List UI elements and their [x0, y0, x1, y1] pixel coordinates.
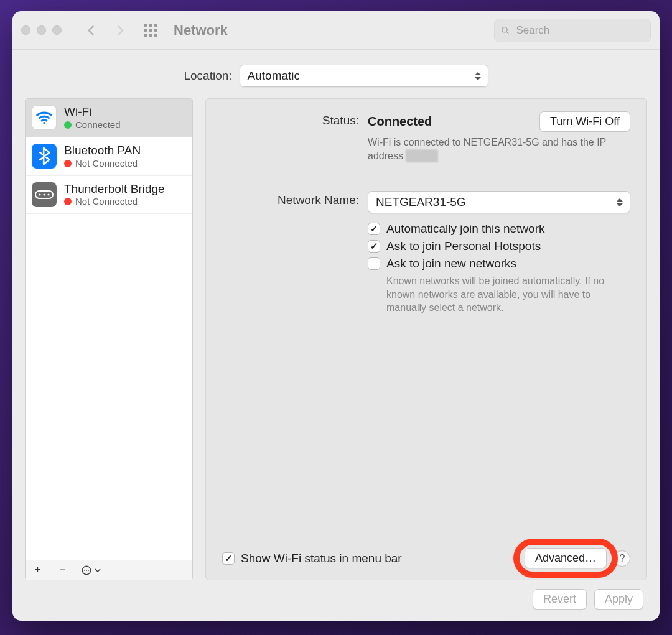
search-input[interactable] [515, 24, 644, 37]
new-networks-hint: Known networks will be joined automatica… [386, 274, 623, 315]
interface-list[interactable]: Wi-Fi Connected Bluetooth PAN [26, 99, 192, 560]
sidebar-footer: + − [26, 560, 192, 580]
minimize-window-button[interactable] [37, 25, 46, 35]
bluetooth-icon [32, 144, 57, 169]
network-name-select[interactable]: NETGEAR31-5G [368, 191, 630, 213]
titlebar: Network [12, 11, 660, 50]
svg-point-6 [47, 193, 49, 195]
interface-name: Wi-Fi [64, 105, 121, 119]
advanced-button[interactable]: Advanced… [525, 548, 607, 568]
interface-name: Bluetooth PAN [64, 144, 141, 158]
status-dot-red-icon [64, 198, 72, 205]
status-label: Status: [222, 111, 359, 162]
interface-name: Thunderbolt Bridge [64, 182, 165, 197]
updown-icon [615, 195, 625, 209]
help-button[interactable]: ? [614, 550, 630, 567]
svg-point-4 [39, 193, 40, 195]
window-footer: Revert Apply [25, 580, 647, 610]
thunderbolt-bridge-icon [32, 182, 57, 207]
show-status-label: Show Wi-Fi status in menu bar [241, 552, 402, 565]
ask-hotspot-checkbox[interactable] [368, 240, 380, 253]
svg-point-2 [43, 122, 45, 124]
ask-new-networks-checkbox[interactable] [368, 257, 380, 270]
revert-button[interactable]: Revert [533, 589, 587, 610]
network-name-row: Network Name: NETGEAR31-5G Automatically… [222, 191, 630, 315]
network-name-value: NETGEAR31-5G [376, 195, 466, 209]
svg-point-9 [86, 570, 87, 571]
preferences-window: Network Location: Automatic [12, 11, 660, 621]
network-name-label: Network Name: [222, 191, 359, 315]
window-controls [21, 25, 62, 35]
svg-line-1 [506, 32, 508, 34]
interface-bluetooth-pan[interactable]: Bluetooth PAN Not Connected [26, 137, 192, 176]
ask-hotspot-label: Ask to join Personal Hotspots [386, 239, 541, 253]
add-interface-button[interactable]: + [26, 560, 50, 580]
panel-footer: Show Wi-Fi status in menu bar Advanced… … [222, 548, 630, 568]
ask-new-networks-label: Ask to join new networks [386, 257, 516, 271]
interface-status: Not Connected [64, 196, 165, 207]
more-icon [80, 564, 93, 577]
sidebar-footer-spacer [106, 560, 192, 580]
chevron-left-icon [85, 24, 98, 37]
location-value: Automatic [248, 69, 300, 83]
remove-interface-button[interactable]: − [50, 560, 75, 580]
location-select[interactable]: Automatic [240, 65, 488, 87]
status-dot-red-icon [64, 160, 72, 167]
advanced-highlight: Advanced… [525, 548, 607, 568]
show-all-button[interactable] [144, 24, 157, 37]
interface-thunderbolt-bridge[interactable]: Thunderbolt Bridge Not Connected [26, 176, 192, 215]
interface-wifi[interactable]: Wi-Fi Connected [26, 99, 192, 137]
status-description: Wi-Fi is connected to NETGEAR31-5G and h… [368, 136, 630, 162]
svg-point-10 [88, 570, 89, 571]
search-icon [501, 25, 510, 35]
close-window-button[interactable] [21, 25, 30, 35]
search-field[interactable] [494, 19, 651, 42]
wifi-icon [32, 105, 57, 130]
chevron-down-icon [95, 568, 101, 572]
auto-join-label: Automatically join this network [386, 222, 545, 236]
status-dot-green-icon [64, 121, 72, 129]
updown-icon [473, 69, 483, 83]
chevron-right-icon [114, 24, 126, 37]
svg-point-0 [502, 27, 507, 32]
back-button[interactable] [80, 19, 103, 42]
status-value: Connected [368, 114, 432, 129]
interface-sidebar: Wi-Fi Connected Bluetooth PAN [25, 98, 193, 580]
zoom-window-button[interactable] [52, 25, 62, 35]
more-actions-button[interactable] [75, 560, 106, 580]
window-title: Network [174, 22, 228, 39]
forward-button[interactable] [109, 19, 131, 42]
window-body: Location: Automatic Wi-Fi [12, 50, 660, 621]
content-split: Wi-Fi Connected Bluetooth PAN [25, 98, 647, 580]
interface-status: Connected [64, 119, 121, 131]
detail-panel: Status: Connected Turn Wi-Fi Off Wi-Fi i… [205, 98, 647, 580]
wifi-toggle-button[interactable]: Turn Wi-Fi Off [539, 111, 630, 132]
location-label: Location: [184, 69, 231, 83]
auto-join-checkbox[interactable] [368, 223, 380, 235]
status-row: Status: Connected Turn Wi-Fi Off Wi-Fi i… [222, 111, 630, 162]
plus-icon: + [34, 563, 41, 577]
svg-point-5 [43, 193, 45, 195]
svg-point-8 [84, 570, 85, 571]
minus-icon: − [59, 563, 66, 577]
location-row: Location: Automatic [25, 65, 647, 87]
redacted-ip: ▇▇▇▇ [406, 149, 438, 163]
interface-status: Not Connected [64, 158, 141, 169]
apply-button[interactable]: Apply [594, 589, 643, 610]
show-status-checkbox[interactable] [222, 552, 235, 565]
